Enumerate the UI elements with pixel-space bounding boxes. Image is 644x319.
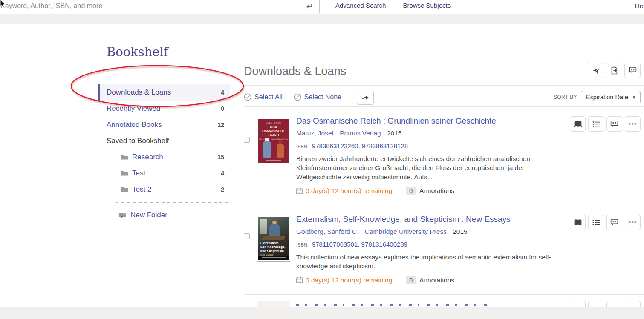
select-all-button[interactable]: Select All xyxy=(244,93,283,101)
cover-desk xyxy=(262,236,285,240)
cover-window xyxy=(260,219,267,234)
sidebar-folder-research[interactable]: Research 15 xyxy=(98,149,230,165)
read-book-button[interactable] xyxy=(570,116,586,132)
advanced-search-link[interactable]: Advanced Search xyxy=(335,2,386,9)
cover-title-line: DAS xyxy=(258,125,289,129)
item-annotations-button[interactable] xyxy=(606,215,622,230)
item-checkbox[interactable] xyxy=(244,137,250,143)
isbn-values: 9783863123260, 9783863128128 xyxy=(312,142,408,149)
book-actions: ••• xyxy=(570,116,641,132)
folder-count: 2 xyxy=(221,186,224,193)
book-item: JOSEF MATUZ DAS OSMANISCHE REICH Grundli… xyxy=(244,107,644,204)
cover-footer-line xyxy=(266,160,281,161)
clipped-book-title xyxy=(296,304,488,306)
sort-by-label: SORT BY xyxy=(554,94,577,100)
ellipsis-icon: ••• xyxy=(629,218,637,226)
book-cover-image: Externalism, Self-Knowledge, and Skeptic… xyxy=(258,217,289,260)
sidebar-item-annotated-books[interactable]: Annotated Books 12 xyxy=(98,117,230,133)
ellipsis-icon: ••• xyxy=(629,120,637,128)
more-options-button[interactable]: ••• xyxy=(625,215,641,230)
book-cover[interactable] xyxy=(257,301,290,307)
book-title-link[interactable]: Das Osmanische Reich : Grundlinien seine… xyxy=(296,116,496,126)
folder-plus-icon xyxy=(118,212,127,219)
folder-label: Test xyxy=(132,169,221,178)
isbn-label: ISBN: xyxy=(296,144,309,149)
clipped-user-text: De xyxy=(635,2,643,9)
book-isbn-row: ISBN: 9781107063501, 9781316400289 xyxy=(296,241,560,248)
search-box: ↵ xyxy=(0,0,320,14)
search-input[interactable] xyxy=(0,0,300,14)
cover-title-line: Externalism, xyxy=(260,241,285,245)
folder-icon xyxy=(121,170,128,176)
book-title-link[interactable]: Externalism, Self-Knowledge, and Skeptic… xyxy=(296,215,511,224)
browse-subjects-link[interactable]: Browse Subjects xyxy=(403,2,451,9)
isbn-values: 9781107063501, 9781316400289 xyxy=(312,241,407,248)
book-description: Binnen zweier Jahrhunderte entwickelte s… xyxy=(296,154,558,181)
move-selected-button[interactable] xyxy=(357,90,374,105)
cover-figure xyxy=(263,141,271,158)
book-description: This collection of new essays explores t… xyxy=(296,253,558,271)
sidebar-item-label: Downloads & Loans xyxy=(107,88,221,97)
sidebar-item-downloads-loans[interactable]: Downloads & Loans 4 xyxy=(98,84,230,101)
sidebar-item-count: 4 xyxy=(221,89,224,96)
more-options-button[interactable]: ••• xyxy=(625,116,641,132)
book-byline: Goldberg, Sanford C. Cambridge Universit… xyxy=(296,228,560,236)
sidebar-folder-test-2[interactable]: Test 2 2 xyxy=(98,181,230,198)
export-button[interactable] xyxy=(606,63,622,78)
book-cover-image: JOSEF MATUZ DAS OSMANISCHE REICH Grundli… xyxy=(258,119,289,163)
select-none-button[interactable]: Select None xyxy=(294,93,341,101)
quote-bubble-icon xyxy=(610,218,618,226)
sidebar-section-label: Saved to Bookshelf xyxy=(107,137,224,145)
annotations-button[interactable] xyxy=(624,63,641,78)
sidebar-item-label: Annotated Books xyxy=(107,121,217,129)
sort-value: Expiration Date xyxy=(586,94,628,101)
item-annotations-button[interactable] xyxy=(606,301,622,307)
calendar-icon xyxy=(296,277,303,283)
calendar-icon xyxy=(296,188,303,194)
sidebar-item-count: 12 xyxy=(217,121,224,128)
export-document-icon xyxy=(610,66,618,75)
book-byline: Matuz, Josef Primus Verlag 2015 xyxy=(296,129,560,137)
item-annotations-button[interactable] xyxy=(606,116,622,132)
list-icon xyxy=(592,219,600,226)
sidebar-item-label: Recently Viewed xyxy=(107,104,221,113)
open-book-icon xyxy=(574,219,582,226)
selection-toolbar: Select All Select None SORT BY Expiratio… xyxy=(244,88,641,106)
read-book-button[interactable] xyxy=(570,215,586,230)
book-cover[interactable]: Externalism, Self-Knowledge, and Skeptic… xyxy=(257,216,290,262)
new-folder-button[interactable]: New Folder xyxy=(98,207,230,223)
book-list: JOSEF MATUZ DAS OSMANISCHE REICH Grundli… xyxy=(244,107,644,307)
expiration-text: 0 day(s) 12 hour(s) remaining xyxy=(306,276,392,284)
check-circle-icon xyxy=(244,93,251,101)
more-options-button[interactable] xyxy=(625,301,641,307)
sidebar-item-recently-viewed[interactable]: Recently Viewed 0 xyxy=(98,101,230,117)
cover-title-line: OSMANISCHE xyxy=(258,129,289,133)
sidebar-divider xyxy=(116,202,230,203)
book-publisher: Cambridge University Press xyxy=(365,228,447,235)
book-isbn-row: ISBN: 9783863123260, 9783863128128 xyxy=(296,142,560,149)
quote-bubble-icon xyxy=(610,120,618,128)
annotations-info: 0 Annotations xyxy=(406,276,454,284)
open-book-icon xyxy=(574,121,582,127)
send-button[interactable] xyxy=(588,63,604,78)
quote-bubble-icon xyxy=(629,66,637,74)
book-cover[interactable]: JOSEF MATUZ DAS OSMANISCHE REICH Grundli… xyxy=(257,118,290,164)
book-publisher: Primus Verlag xyxy=(340,129,381,137)
cover-title-line: and Skepticism xyxy=(260,249,285,253)
bookshelf-actions xyxy=(588,63,641,78)
folder-icon xyxy=(121,187,128,193)
details-list-button[interactable] xyxy=(588,301,604,307)
search-submit-button[interactable]: ↵ xyxy=(300,0,319,14)
isbn-label: ISBN: xyxy=(296,242,309,247)
item-checkbox[interactable] xyxy=(244,233,250,239)
read-book-button[interactable] xyxy=(570,301,586,307)
annotations-label: Annotations xyxy=(419,276,454,284)
book-actions: ••• xyxy=(570,215,641,230)
folder-count: 4 xyxy=(221,170,224,177)
details-list-button[interactable] xyxy=(588,116,604,132)
folder-icon xyxy=(121,154,128,160)
details-list-button[interactable] xyxy=(588,215,604,230)
paper-plane-icon xyxy=(592,66,600,75)
sidebar-folder-test[interactable]: Test 4 xyxy=(98,165,230,181)
sort-dropdown[interactable]: Expiration Date ▼ xyxy=(581,91,641,103)
